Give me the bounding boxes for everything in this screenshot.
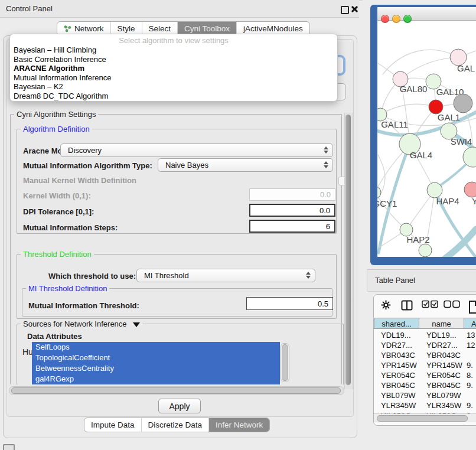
tab-label: jActiveMNodules	[243, 24, 303, 33]
sources-for-network-inference-group: Sources for Network Inference Data Attri…	[17, 324, 344, 385]
split-columns-icon[interactable]	[401, 300, 413, 313]
kernel-width-field[interactable]: 0.0	[249, 188, 335, 201]
table-cell[interactable]: YBL079W	[374, 390, 419, 400]
table-cell[interactable]: 9.	[465, 380, 476, 390]
dpi-tolerance-value: 0.0	[319, 206, 330, 215]
table-cell[interactable]: YBR043C	[419, 350, 465, 360]
mi-steps-field[interactable]: 6	[249, 220, 335, 233]
menu-item-aracne-algorithm[interactable]: ARACNE Algorithm	[12, 64, 335, 73]
gear-icon[interactable]	[381, 300, 391, 312]
table-cell[interactable]	[465, 350, 476, 360]
table-cell[interactable]: 13	[465, 330, 476, 340]
table-row[interactable]: YBR045CYBR045C9.	[374, 380, 476, 390]
table-row[interactable]: YDL19...YDL19...13	[374, 330, 476, 340]
tab-discretize-data[interactable]: Discretize Data	[142, 418, 210, 432]
stepper-arrows-icon	[324, 146, 328, 154]
unchecked-checkboxes-icon[interactable]	[444, 300, 460, 311]
network-node-unlabeled[interactable]	[419, 244, 432, 257]
threshold-definition-group: Threshold Definition Which threshold to …	[17, 254, 337, 319]
attribute-betweennesscentrality[interactable]: BetweennessCentrality	[32, 363, 280, 374]
table-row[interactable]: YER054CYER054C8.	[374, 370, 476, 380]
table-cell[interactable]: 12	[465, 340, 476, 350]
stepper-arrows-icon	[306, 272, 311, 279]
table-cell[interactable]: 9.	[465, 400, 476, 410]
table-cell[interactable]: YLR345W	[374, 400, 419, 410]
network-canvas[interactable]: GALGAL80GAL10GAL1GAL11SWI4GAL4GCY1HAP4YH…	[377, 20, 476, 257]
close-icon[interactable]	[351, 5, 358, 13]
tab-impute-data[interactable]: Impute Data	[84, 418, 142, 432]
algorithm-dropdown-popup: Select algorithm to view settings Bayesi…	[9, 34, 338, 102]
scrollbar-thumb[interactable]	[11, 387, 341, 394]
table-cell[interactable]: YBL079W	[419, 390, 465, 400]
network-edge[interactable]	[383, 50, 458, 74]
mi-threshold-field[interactable]: 0.5	[246, 297, 333, 310]
network-node-label: HAP2	[406, 234, 429, 244]
table-row[interactable]: YBR043CYBR043C	[374, 350, 476, 360]
attribute-gal4rgexp[interactable]: gal4RGexp	[32, 374, 280, 384]
mi-algorithm-type-combobox[interactable]: Naive Bayes	[158, 158, 333, 172]
table-row[interactable]: YBL079WYBL079W	[374, 390, 476, 400]
menu-item-bayesian-hill-climbing[interactable]: Bayesian – Hill Climbing	[12, 45, 335, 55]
mi-algorithm-type-value: Naive Bayes	[165, 161, 208, 169]
table-cell[interactable]	[465, 390, 476, 400]
table-cell[interactable]: YBR045C	[374, 380, 419, 390]
network-node-label: SWI4	[451, 136, 472, 146]
table-cell[interactable]: YLR345W	[419, 400, 465, 410]
table-cell[interactable]: YDR27...	[374, 340, 419, 350]
which-threshold-combobox[interactable]: MI Threshold	[136, 269, 315, 282]
table-cell[interactable]: 9.	[465, 360, 476, 370]
table-cell[interactable]: YER054C	[419, 370, 465, 380]
network-window-titlebar[interactable]	[377, 7, 476, 21]
table-cell[interactable]: YBR045C	[419, 380, 465, 390]
table-cell[interactable]: YPR145W	[374, 360, 419, 370]
menu-item-mutual-information-inference[interactable]: Mutual Information Inference	[12, 73, 335, 83]
scrollbar-thumb[interactable]	[377, 415, 468, 422]
data-attributes-label: Data Attributes	[27, 332, 82, 341]
table-cell[interactable]: YDL19...	[419, 330, 465, 340]
dpi-tolerance-field[interactable]: 0.0	[249, 204, 335, 217]
network-edge[interactable]	[380, 104, 436, 115]
tab-infer-network[interactable]: Infer Network	[209, 418, 269, 432]
menu-item-bayesian-k2[interactable]: Bayesian – K2	[12, 82, 335, 92]
table-cell[interactable]: YER054C	[374, 370, 419, 380]
checked-checkboxes-icon[interactable]	[422, 300, 438, 311]
network-node-gcy1[interactable]	[377, 187, 381, 198]
attribute-selfloops[interactable]: SelfLoops	[32, 342, 280, 353]
scrollbar-thumb[interactable]	[345, 115, 351, 385]
attributes-scrollbar[interactable]	[281, 343, 289, 382]
table-cell[interactable]: YDR27...	[419, 340, 465, 350]
network-node-label: HAP4	[436, 196, 459, 206]
new-document-icon[interactable]	[468, 300, 476, 317]
table-row[interactable]: YLR345WYLR345W9.	[374, 400, 476, 410]
table-horizontal-scrollbar[interactable]	[374, 413, 476, 422]
settings-horizontal-scrollbar[interactable]	[9, 386, 344, 395]
table-cell[interactable]: YBR043C	[374, 350, 419, 360]
column-header-name[interactable]: name	[419, 318, 464, 329]
sources-expander[interactable]: Sources for Network Inference	[21, 319, 142, 328]
control-panel-title: Control Panel	[6, 0, 53, 17]
column-header-shared[interactable]: shared...	[374, 318, 419, 329]
table-row[interactable]: YDR27...YDR27...12	[374, 340, 476, 350]
network-node-unlabeled[interactable]	[454, 94, 472, 113]
menu-item-basic-correlation-inference[interactable]: Basic Correlation Inference	[12, 55, 335, 64]
settings-vertical-scrollbar[interactable]	[344, 113, 353, 389]
table-row[interactable]: YPR145WYPR145W9.	[374, 360, 476, 370]
network-node-y[interactable]	[464, 182, 476, 197]
scrollbar-thumb[interactable]	[282, 344, 288, 381]
column-header-a[interactable]: A	[464, 318, 476, 329]
aracne-mode-combobox[interactable]: Discovery	[60, 144, 333, 157]
menu-item-dream8-dc-tdc-algorithm[interactable]: Dream8 DC_TDC Algorithm	[12, 92, 335, 101]
table-cell[interactable]: YPR145W	[419, 360, 465, 370]
table-cell[interactable]: 8.	[465, 370, 476, 380]
table-panel-title: Table Panel	[375, 270, 415, 291]
float-window-icon[interactable]	[341, 6, 349, 14]
apply-button[interactable]: Apply	[158, 399, 201, 413]
network-node-label: GAL4	[410, 150, 432, 160]
table-rows: YDL19...YDL19...13YDR27...YDR27...12YBR0…	[374, 330, 476, 420]
attribute-topologicalcoefficient[interactable]: TopologicalCoefficient	[32, 353, 280, 363]
tab-label: Style	[118, 24, 135, 33]
tab-label: Select	[149, 24, 171, 33]
table-cell[interactable]: YDL19...	[374, 330, 419, 340]
cyni-algorithm-settings-group: Cyni Algorithm Settings Algorithm Defini…	[10, 114, 342, 384]
page-corner-icon[interactable]	[3, 444, 15, 450]
